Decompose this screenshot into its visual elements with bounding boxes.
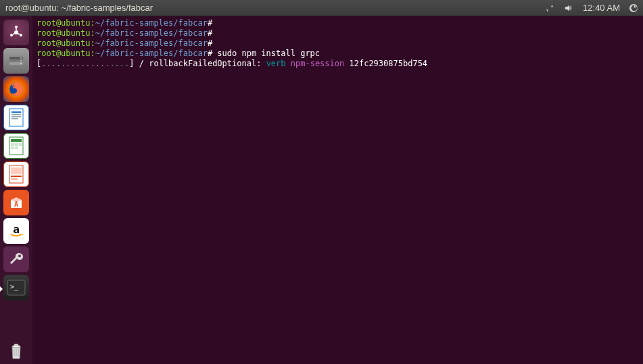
- svg-rect-13: [11, 114, 21, 115]
- cmd-line-4: sudo npm install grpc: [217, 49, 320, 58]
- svg-rect-25: [11, 176, 22, 177]
- prompt-path: ~/fabric-samples/fabcar: [95, 38, 208, 48]
- svg-rect-12: [11, 111, 21, 113]
- svg-point-3: [10, 34, 13, 36]
- svg-point-1: [15, 26, 18, 28]
- svg-rect-20: [19, 143, 22, 146]
- svg-text:a: a: [13, 223, 20, 236]
- prompt-path: ~/fabric-samples/fabcar: [95, 28, 208, 38]
- launcher-firefox[interactable]: [3, 76, 30, 103]
- clock-text[interactable]: 12:40 AM: [583, 3, 620, 13]
- svg-rect-17: [11, 139, 22, 142]
- launcher-files[interactable]: [3, 47, 30, 74]
- svg-rect-18: [11, 143, 14, 146]
- sound-icon[interactable]: [564, 3, 573, 13]
- prompt-symbol: #: [208, 49, 212, 58]
- terminal-window[interactable]: root@ubuntu:~/fabric-samples/fabcar# roo…: [32, 16, 643, 364]
- amazon-icon: a: [3, 218, 29, 244]
- settings-icon: [3, 246, 29, 272]
- prompt-symbol: #: [208, 28, 212, 38]
- launcher-impress[interactable]: [3, 161, 30, 188]
- launcher-amazon[interactable]: a: [3, 217, 30, 244]
- prompt-user-host: root@ubuntu:: [37, 28, 95, 38]
- session-icon[interactable]: [629, 4, 638, 12]
- prompt-user-host: root@ubuntu:: [37, 49, 95, 58]
- prompt-user-host: root@ubuntu:: [37, 38, 95, 48]
- progress-dots: ..................: [41, 59, 129, 68]
- prompt-symbol: #: [208, 18, 212, 28]
- svg-rect-26: [11, 178, 18, 180]
- prompt-path: ~/fabric-samples/fabcar: [95, 49, 208, 58]
- svg-point-9: [20, 63, 22, 64]
- launcher-terminal[interactable]: >_: [3, 274, 30, 301]
- prompt-symbol: #: [208, 38, 212, 48]
- svg-point-0: [14, 30, 18, 34]
- launcher-trash[interactable]: [3, 337, 30, 364]
- svg-rect-14: [11, 116, 21, 118]
- unity-launcher: A a >_: [0, 16, 32, 364]
- npm-session-label: npm-session: [291, 59, 344, 68]
- files-icon: [3, 48, 29, 74]
- svg-point-2: [20, 34, 22, 36]
- launcher-software[interactable]: A: [3, 189, 30, 216]
- session-hash: 12fc2930875bd754: [349, 59, 427, 68]
- svg-rect-19: [15, 143, 18, 146]
- software-icon: A: [3, 190, 29, 215]
- top-menubar: root@ubuntu: ~/fabric-samples/fabcar 12:…: [0, 0, 643, 16]
- svg-rect-21: [11, 147, 14, 149]
- rollback-text: rollbackFailedOptional:: [149, 59, 261, 68]
- impress-icon: [3, 161, 29, 187]
- progress-close: ]: [129, 59, 134, 68]
- svg-rect-33: [14, 344, 18, 346]
- svg-point-7: [20, 57, 22, 59]
- svg-rect-11: [9, 109, 23, 126]
- network-icon[interactable]: [545, 3, 554, 13]
- svg-rect-24: [11, 167, 22, 174]
- spinner-char: /: [139, 59, 144, 68]
- window-title: root@ubuntu: ~/fabric-samples/fabcar: [5, 3, 153, 13]
- svg-rect-22: [15, 147, 18, 149]
- firefox-icon: [3, 76, 29, 102]
- launcher-dash[interactable]: [3, 19, 30, 46]
- launcher-calc[interactable]: [3, 132, 30, 159]
- svg-text:>_: >_: [10, 283, 19, 291]
- writer-icon: [3, 105, 29, 130]
- verb-label: verb: [266, 59, 286, 68]
- launcher-settings[interactable]: [3, 246, 30, 273]
- svg-rect-15: [11, 118, 18, 120]
- prompt-user-host: root@ubuntu:: [37, 18, 95, 28]
- svg-point-29: [18, 255, 21, 257]
- trash-icon: [3, 338, 29, 363]
- svg-text:A: A: [14, 201, 18, 208]
- launcher-writer[interactable]: [3, 104, 30, 131]
- dash-icon: [3, 20, 29, 45]
- svg-point-8: [20, 60, 22, 61]
- calc-icon: [3, 133, 29, 159]
- terminal-icon: >_: [3, 275, 29, 301]
- prompt-path: ~/fabric-samples/fabcar: [95, 18, 208, 28]
